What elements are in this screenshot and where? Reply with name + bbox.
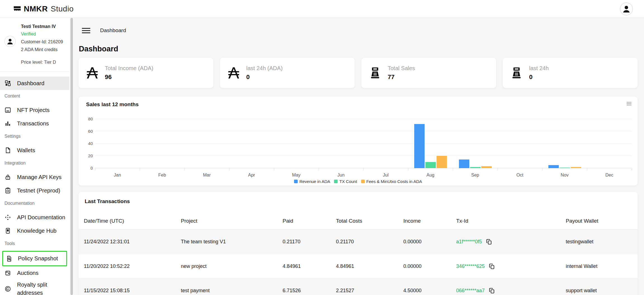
x-axis-tick [498,168,498,170]
month-label-may: May [274,173,319,178]
sidebar-item-label: Royalty split addresses [17,281,59,295]
x-axis-tick [408,168,408,170]
nav-section-tools: Tools [4,241,69,246]
bar-nov-revenue-in-ada[interactable] [548,165,559,168]
sidebar-avatar [4,36,16,47]
column-header-date-time-utc-: Date/Time (UTC) [84,218,181,224]
stat-value: 0 [529,73,549,81]
sidebar-item-wallets[interactable]: Wallets [0,144,69,157]
bar-group-dec [587,115,632,168]
legend-swatch [334,180,338,183]
copy-icon[interactable] [489,287,495,294]
nav-section-integration: Integration [4,160,69,166]
cell-payout-wallet: internal Wallet [566,263,632,269]
chart-legend: Revenue in ADATX CountFees & MinUtxo Cos… [79,179,638,184]
chart-x-axis-labels: JanFebMarAprMayJunJulAugSepOctNovDec [95,173,632,178]
y-axis-label: 20 [82,153,93,158]
sidebar-item-testnet-preprod-[interactable]: Testnet (Preprod) [0,184,69,197]
column-header-paid: Paid [283,218,336,224]
stat-card-last-24h-ada-: ₳last 24h (ADA)0 [220,58,355,88]
mint-credits: 2 ADA Mint credits [21,47,63,52]
sidebar-item-api-documentation[interactable]: API Documentation [0,211,69,224]
chart-menu-icon[interactable] [627,101,631,106]
month-label-dec: Dec [587,173,632,178]
sidebar-item-royalty-split-addresses[interactable]: Royalty split addresses [0,280,69,295]
cell-project: new project [181,263,283,269]
brand-name: NMKR [24,4,48,13]
sidebar-item-knowledge-hub[interactable]: Knowledge Hub [0,224,69,237]
bar-group-jun [319,115,363,168]
main-content: Dashboard Dashboard ₳Total Income (ADA)9… [74,18,644,295]
sidebar-item-label: Wallets [17,147,35,154]
x-axis-tick [184,168,185,170]
bar-group-nov [542,115,587,168]
bar-nov-fees-minutxo-costs-in-ada[interactable] [571,167,581,168]
customer-id: Customer-Id: 216209 [21,39,63,44]
cell-paid: 6.71526 [283,288,336,294]
sidebar-scrollbar[interactable] [69,18,74,295]
x-axis-tick [274,168,274,170]
column-header-project: Project [181,218,283,224]
user-avatar[interactable] [620,3,633,15]
cell-datetime: 11/20/2022 10:52:22 [84,263,181,269]
cell-datetime: 11/24/2022 12:31:01 [84,239,181,245]
ada-icon: ₳ [84,65,100,81]
stat-value: 77 [388,73,415,81]
sidebar-item-label: Knowledge Hub [17,228,56,234]
lock-icon [4,174,11,180]
bar-aug-tx-count[interactable] [425,162,436,168]
month-label-sep: Sep [453,173,498,178]
sidebar-item-manage-api-keys[interactable]: Manage API Keys [0,170,69,184]
cell-project: test payment [181,288,283,294]
sidebar: Testi Testman IV Verified Customer-Id: 2… [0,18,69,295]
bar-aug-revenue-in-ada[interactable] [414,124,425,168]
cell-payout-wallet: support wallet [566,288,632,294]
nav-section-content: Content [4,93,69,99]
app-logo[interactable]: NMKR Studio [13,4,74,13]
sidebar-item-nft-projects[interactable]: NFT Projects [0,103,69,117]
legend-label: Fees & MinUtxo Costs in ADA [366,179,422,184]
x-axis-tick [229,168,229,170]
sidebar-item-dashboard[interactable]: Dashboard [0,77,69,90]
x-axis-tick [363,168,364,170]
breadcrumb: Dashboard [100,27,126,34]
user-name: Testi Testman IV [21,24,63,29]
bar-sep-fees-minutxo-costs-in-ada[interactable] [481,166,492,168]
cell-tx-id: 066******aa7 [456,287,566,294]
top-bar: NMKR Studio [0,0,644,18]
sidebar-item-label: API Documentation [17,214,65,221]
bar-group-oct [498,115,542,168]
y-axis-label: 80 [82,116,93,121]
x-axis-tick [95,168,95,170]
cell-paid: 4.84961 [283,263,336,269]
bar-group-aug [408,115,453,168]
copy-icon[interactable] [489,263,495,270]
stat-label: Total Income (ADA) [105,65,153,72]
table-row[interactable]: 11/15/2022 15:08:15test payment6.715262.… [79,278,638,295]
bar-nov-tx-count[interactable] [560,168,570,168]
tx-id-link[interactable]: a1f******0f5 [456,239,482,245]
menu-toggle-icon[interactable] [82,27,90,35]
bar-chart-icon [4,120,11,127]
table-row[interactable]: 11/20/2022 10:52:22new project4.849614.8… [79,254,638,278]
code-clipboard-icon [4,187,11,194]
table-row[interactable]: 11/24/2022 12:31:01The team testing V10.… [79,230,638,254]
sidebar-item-policy-snapshot[interactable]: Policy Snapshot [2,251,67,266]
tx-id-link[interactable]: 346******625 [456,263,485,269]
tx-id-link[interactable]: 066******aa7 [456,288,485,294]
month-label-feb: Feb [140,173,184,178]
stat-value: 0 [246,73,283,81]
sidebar-item-label: Policy Snapshot [18,255,58,262]
bar-sep-tx-count[interactable] [470,167,480,168]
sidebar-item-auctions[interactable]: Auctions [0,266,69,280]
y-axis-label: 60 [82,129,93,134]
legend-item-tx-count: TX Count [334,179,357,184]
bar-sep-revenue-in-ada[interactable] [459,160,469,168]
bar-aug-fees-minutxo-costs-in-ada[interactable] [437,156,447,168]
sidebar-item-transactions[interactable]: Transactions [0,117,69,130]
move-icon [4,214,11,221]
sidebar-item-label: Manage API Keys [17,174,61,180]
copy-icon[interactable] [486,239,492,245]
cash-register-icon [509,66,524,79]
stat-card-total-income-ada-: ₳Total Income (ADA)96 [79,58,213,88]
